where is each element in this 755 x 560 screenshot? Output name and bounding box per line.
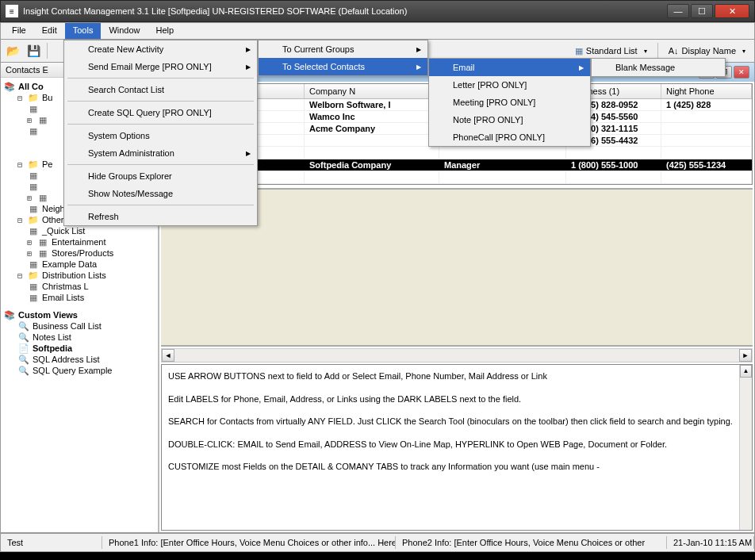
- menu-to-current-groups[interactable]: To Current Groups▶: [259, 40, 427, 58]
- doc-close-button[interactable]: ✕: [734, 66, 749, 79]
- create-activity-submenu: To Current Groups▶ To Selected Contacts▶: [258, 40, 428, 76]
- tree-entertainment[interactable]: ⊞▦Entertainment: [4, 236, 155, 247]
- notes-line: DOUBLE-CLICK: EMAIL to Send Email, ADDRE…: [168, 438, 745, 451]
- scroll-left-icon[interactable]: ◄: [162, 349, 174, 362]
- window-title: Insight Contact Management 3.1 Lite [Sof…: [23, 6, 667, 16]
- menu-help[interactable]: Help: [148, 23, 182, 39]
- menu-blank-message[interactable]: Blank Message: [592, 59, 725, 76]
- tree-emaillists[interactable]: ▦Email Lists: [4, 292, 155, 303]
- tree-softpedia[interactable]: 📄Softpedia: [4, 343, 155, 354]
- save-icon[interactable]: 💾: [25, 42, 42, 59]
- status-left: Test: [1, 536, 102, 549]
- tree-xmas[interactable]: ▦Christmas L: [4, 281, 155, 292]
- menu-refresh[interactable]: Refresh: [64, 208, 257, 225]
- v-scrollbar[interactable]: ▲: [739, 365, 752, 530]
- display-name-dropdown[interactable]: A↓ Display Name: [663, 44, 751, 58]
- menu-edit[interactable]: Edit: [34, 23, 65, 39]
- open-icon[interactable]: 📂: [4, 42, 21, 59]
- notes-line: SEARCH for Contacts from virtually ANY F…: [168, 415, 745, 428]
- menu-tools[interactable]: Tools: [65, 23, 102, 39]
- menu-show-notes[interactable]: Show Notes/Message: [64, 185, 257, 202]
- menu-window[interactable]: Window: [101, 23, 148, 39]
- display-name-label: Display Name: [682, 46, 736, 56]
- standard-list-label: Standard List: [586, 46, 638, 56]
- notes-panel[interactable]: ▲ USE ARROW BUTTONS next to field to Add…: [161, 364, 753, 531]
- tree-example[interactable]: ▦Example Data: [4, 259, 155, 270]
- menu-phonecall[interactable]: PhoneCall [PRO ONLY]: [429, 128, 590, 146]
- menu-sql-query[interactable]: Create SQL Query [PRO ONLY]: [64, 104, 257, 121]
- tree-sqlquery[interactable]: 🔍SQL Query Example: [4, 365, 155, 376]
- close-button[interactable]: ✕: [715, 4, 749, 18]
- scroll-up-icon[interactable]: ▲: [740, 365, 752, 378]
- menu-meeting[interactable]: Meeting [PRO ONLY]: [429, 94, 590, 111]
- menu-to-selected-contacts[interactable]: To Selected Contacts▶: [259, 58, 427, 75]
- status-phone2: Phone2 Info: [Enter Office Hours, Voice …: [396, 536, 667, 549]
- tree-quick[interactable]: ▦_Quick List: [4, 225, 155, 236]
- to-selected-submenu: Email▶ Letter [PRO ONLY] Meeting [PRO ON…: [428, 58, 591, 147]
- tree-stores[interactable]: ⊞▦Stores/Products: [4, 247, 155, 259]
- tree-bcl[interactable]: 🔍Business Call List: [4, 320, 155, 332]
- menu-send-email-merge[interactable]: Send Email Merge [PRO ONLY]▶: [64, 58, 257, 75]
- tree-sqladdr[interactable]: 🔍SQL Address List: [4, 354, 155, 365]
- app-icon: ≡: [6, 5, 18, 17]
- col-company[interactable]: Company N: [305, 84, 439, 98]
- menu-system-admin[interactable]: System Administration▶: [64, 144, 257, 162]
- tree-dist[interactable]: ⊟📁Distribution Lists: [4, 270, 155, 281]
- menu-email[interactable]: Email▶: [429, 59, 590, 76]
- window-titlebar: ≡ Insight Contact Management 3.1 Lite [S…: [0, 0, 755, 22]
- status-phone1: Phone1 Info: [Enter Office Hours, Voice …: [102, 536, 396, 549]
- menu-letter[interactable]: Letter [PRO ONLY]: [429, 76, 590, 94]
- col-night[interactable]: Night Phone: [661, 84, 752, 98]
- tree-noteslist[interactable]: 🔍Notes List: [4, 332, 155, 343]
- menu-search-contacts[interactable]: Search Contact List: [64, 81, 257, 98]
- standard-list-dropdown[interactable]: ▦ Standard List: [569, 44, 653, 59]
- menu-hide-groups[interactable]: Hide Groups Explorer: [64, 167, 257, 185]
- notes-line: USE ARROW BUTTONS next to field to Add o…: [168, 370, 745, 383]
- status-date: 21-Jan-10 11:15 AM: [667, 536, 754, 549]
- menu-note[interactable]: Note [PRO ONLY]: [429, 111, 590, 128]
- h-scrollbar[interactable]: ◄ ►: [161, 348, 753, 362]
- maximize-button[interactable]: ☐: [691, 4, 713, 18]
- notes-line: Edit LABELS for Phone, Email, Address, o…: [168, 393, 745, 406]
- menu-file[interactable]: File: [4, 23, 34, 39]
- scroll-right-icon[interactable]: ►: [739, 349, 752, 362]
- tools-dropdown: Create New Activity▶ Send Email Merge [P…: [63, 40, 258, 226]
- menubar: File Edit Tools Window Help: [0, 22, 755, 40]
- notes-line: CUSTOMIZE most Fields on the DETAIL & CO…: [168, 460, 745, 474]
- menu-create-activity[interactable]: Create New Activity▶: [64, 40, 257, 58]
- minimize-button[interactable]: —: [667, 4, 689, 18]
- tree-custom[interactable]: 📚Custom Views: [4, 309, 155, 320]
- statusbar: Test Phone1 Info: [Enter Office Hours, V…: [0, 533, 755, 552]
- menu-system-options[interactable]: System Options: [64, 127, 257, 144]
- email-submenu: Blank Message: [591, 58, 726, 77]
